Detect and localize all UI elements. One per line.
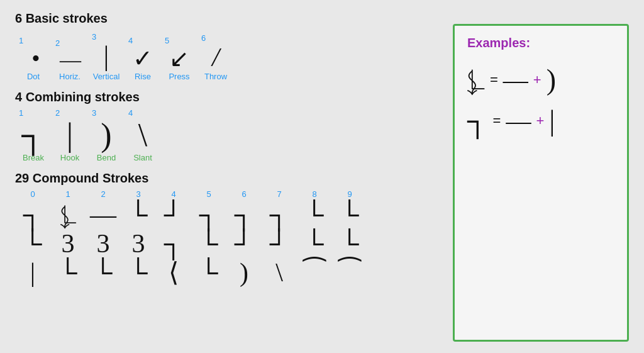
cg-24: ⟨: [156, 258, 191, 287]
cg-23: └: [121, 258, 156, 287]
combining-hook-label: Hook: [60, 153, 79, 162]
stroke-dot-label: Dot: [27, 72, 40, 81]
cn-0: 0: [15, 189, 50, 199]
cg-6: ┐: [226, 200, 262, 229]
cn-6: 6: [226, 189, 262, 199]
stroke-throw-number: 6: [197, 33, 206, 43]
stroke-throw: 6 / Throw: [197, 33, 234, 81]
stroke-press-glyph: ↘: [169, 47, 189, 70]
stroke-rise-number: 4: [125, 36, 133, 45]
compound-strokes-grid: 0 1 2 3 4 5 6 7 8 9 ┐ ⍼ — └ ┘ ┐ ┐ ┐: [15, 189, 440, 288]
stroke-throw-label: Throw: [204, 72, 227, 81]
cg-20: |: [15, 258, 50, 287]
combining-slant-number: 4: [125, 108, 133, 118]
examples-title: Examples:: [467, 36, 614, 50]
cg-29: ⁀: [332, 258, 367, 287]
cg-18: └: [297, 229, 332, 258]
cg-0: ┐: [15, 200, 50, 229]
example2-right2: |: [549, 104, 555, 137]
cg-5: ┐: [191, 200, 226, 229]
stroke-rise: 4 ✓ Rise: [125, 36, 161, 81]
combining-slant-label: Slant: [133, 153, 152, 162]
cg-14: ┐: [156, 229, 191, 258]
cn-3: 3: [121, 189, 156, 199]
cg-27: \: [262, 258, 297, 287]
basic-strokes-title: 6 Basic strokes: [15, 11, 440, 26]
cg-17: ┘: [262, 229, 297, 258]
compound-numbers-row-1: 0 1 2 3 4 5 6 7 8 9: [15, 189, 440, 199]
cg-25: └: [191, 258, 226, 287]
example1-right2: ): [547, 63, 556, 96]
stroke-horiz-glyph: —: [60, 49, 80, 70]
cg-16: ┘: [226, 229, 262, 258]
combining-hook: 2 | Hook: [52, 108, 88, 162]
combining-hook-number: 2: [52, 108, 60, 118]
cg-26: ): [226, 258, 262, 287]
stroke-press-label: Press: [169, 72, 189, 81]
combining-break-label: Break: [23, 153, 44, 162]
stroke-horiz-label: Horiz.: [59, 72, 80, 81]
stroke-vertical-glyph: |: [104, 43, 109, 70]
stroke-rise-label: Rise: [135, 72, 151, 81]
combining-slant: 4 \ Slant: [125, 108, 161, 162]
stroke-dot-glyph: •: [31, 47, 40, 70]
stroke-dot-number: 1: [15, 36, 23, 45]
stroke-horiz-number: 2: [52, 38, 60, 48]
examples-panel: Examples: ⍼ = — + ) ┐ = — + |: [453, 24, 629, 342]
cg-10: └: [15, 229, 50, 258]
cg-15: └: [191, 229, 226, 258]
cg-8: └: [297, 200, 332, 229]
stroke-vertical-number: 3: [88, 32, 96, 42]
stroke-press: 5 ↘ Press: [161, 36, 197, 81]
cg-2: —: [86, 200, 121, 229]
stroke-dot: 1 • Dot: [15, 36, 52, 81]
stroke-horiz: 2 — Horiz.: [52, 38, 88, 81]
stroke-vertical: 3 | Vertical: [88, 32, 125, 81]
example1-plus: +: [533, 72, 541, 88]
example2-right1: —: [506, 106, 531, 135]
stroke-press-number: 5: [161, 36, 169, 45]
cn-9: 9: [332, 189, 367, 199]
example1-right1: —: [503, 65, 528, 94]
cn-7: 7: [262, 189, 297, 199]
example1-left: ⍼: [467, 63, 485, 96]
example2-left: ┐: [467, 104, 488, 137]
example2-equals: =: [493, 113, 501, 129]
cg-7: ┐: [262, 200, 297, 229]
cn-4: 4: [156, 189, 191, 199]
cg-21: └: [50, 258, 86, 287]
cg-3: └: [121, 200, 156, 229]
compound-glyphs-row-1: ┐ ⍼ — └ ┘ ┐ ┐ ┐ └ └: [15, 200, 440, 229]
combining-bend-number: 3: [88, 108, 96, 118]
cn-2: 2: [86, 189, 121, 199]
combining-strokes-row: 1 ┐ Break 2 | Hook 3 ) Bend 4 \ Slant: [15, 108, 440, 162]
cg-19: └: [332, 229, 367, 258]
cg-4: ┘: [156, 200, 191, 229]
cn-8: 8: [297, 189, 332, 199]
combining-break-number: 1: [15, 108, 23, 118]
basic-strokes-row: 1 • Dot 2 — Horiz. 3 | Vertical 4 ✓ Rise…: [15, 32, 440, 81]
cg-9: └: [332, 200, 367, 229]
example1-equals: =: [490, 72, 498, 88]
cg-11: 3: [50, 229, 86, 258]
cg-13: 3: [121, 229, 156, 258]
cg-28: ⁀: [297, 258, 332, 287]
combining-strokes-title: 4 Combining strokes: [15, 90, 440, 104]
combining-break: 1 ┐ Break: [15, 108, 52, 162]
left-panel: 6 Basic strokes 1 • Dot 2 — Horiz. 3 | V…: [15, 11, 440, 342]
stroke-throw-glyph: /: [212, 44, 219, 70]
compound-strokes-title: 29 Compound Strokes: [15, 171, 440, 186]
example-line-2: ┐ = — + |: [467, 104, 614, 137]
combining-bend-glyph: ): [101, 119, 111, 152]
cg-1: ⍼: [50, 200, 86, 229]
combining-hook-glyph: |: [67, 119, 73, 152]
cg-12: 3: [86, 229, 121, 258]
combining-slant-glyph: \: [138, 119, 147, 152]
combining-bend-label: Bend: [97, 153, 116, 162]
cn-1: 1: [50, 189, 86, 199]
combining-break-glyph: ┐: [22, 119, 45, 152]
cg-22: └: [86, 258, 121, 287]
cn-5: 5: [191, 189, 226, 199]
example-line-1: ⍼ = — + ): [467, 63, 614, 96]
combining-bend: 3 ) Bend: [88, 108, 125, 162]
